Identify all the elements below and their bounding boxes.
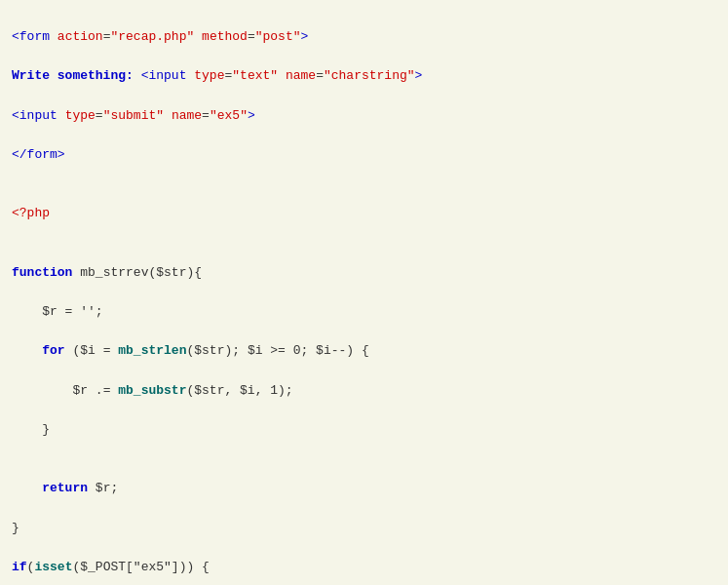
line-12: } (12, 420, 716, 440)
line-14: return $r; (12, 479, 716, 498)
line-8: function mb_strrev($str){ (12, 263, 716, 283)
line-2: Write something: <input type="text" name… (12, 66, 716, 86)
line-6: <?php (12, 204, 716, 223)
line-11: $r .= mb_substr($str, $i, 1); (12, 381, 716, 401)
line-3: <input type="submit" name="ex5"> (12, 106, 716, 126)
line-4: </form> (12, 145, 716, 165)
line-1: <form action="recap.php" method="post"> (12, 27, 716, 47)
code-editor: <form action="recap.php" method="post"> … (0, 0, 728, 585)
line-10: for ($i = mb_strlen($str); $i >= 0; $i--… (12, 341, 716, 361)
line-16: if(isset($_POST["ex5"])) { (12, 558, 716, 577)
line-9: $r = ''; (12, 302, 716, 322)
line-15: } (12, 519, 716, 538)
